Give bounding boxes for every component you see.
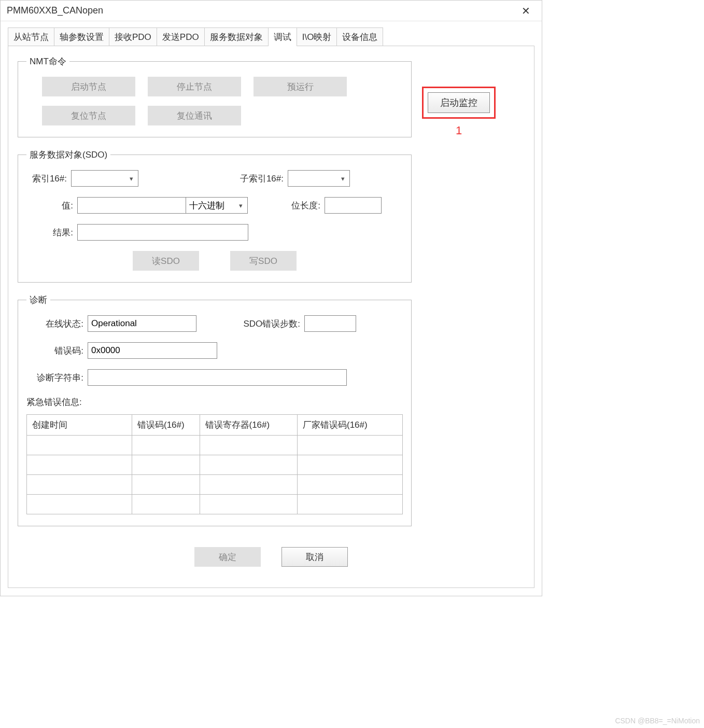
start-monitor-button[interactable]: 启动监控: [428, 92, 490, 113]
titlebar: PMM60XXB_CANopen ✕: [1, 1, 542, 21]
online-state-value: [88, 315, 196, 332]
tab-strip: 从站节点 轴参数设置 接收PDO 发送PDO 服务数据对象 调试 I\O映射 设…: [1, 21, 542, 46]
ok-button[interactable]: 确定: [194, 547, 261, 567]
table-cell: [200, 455, 298, 475]
col-err-register: 错误寄存器(16#): [200, 415, 298, 436]
emergency-table: 创建时间 错误码(16#) 错误寄存器(16#) 厂家错误码(16#): [26, 414, 403, 514]
tab-sdo[interactable]: 服务数据对象: [204, 27, 269, 46]
window-title: PMM60XXB_CANopen: [7, 5, 103, 16]
value-label: 值:: [26, 200, 73, 212]
value-input[interactable]: [77, 197, 186, 214]
index-input[interactable]: [71, 170, 138, 187]
col-errcode: 错误码(16#): [132, 415, 200, 436]
bitlen-label: 位长度:: [248, 200, 320, 212]
annotation-box: 启动监控: [422, 87, 496, 119]
table-cell: [200, 495, 298, 514]
tab-io-mapping[interactable]: I\O映射: [297, 27, 337, 46]
close-icon[interactable]: ✕: [516, 3, 536, 19]
nmt-legend: NMT命令: [26, 55, 69, 67]
pre-op-button[interactable]: 预运行: [254, 77, 347, 96]
start-node-button[interactable]: 启动节点: [42, 77, 135, 96]
online-state-label: 在线状态:: [26, 318, 83, 330]
cancel-button[interactable]: 取消: [281, 547, 348, 567]
table-row[interactable]: [27, 495, 403, 514]
diag-legend: 诊断: [26, 294, 50, 306]
index-label: 索引16#:: [26, 173, 67, 185]
result-label: 结果:: [26, 227, 73, 239]
emergency-label: 紧急错误信息:: [26, 396, 94, 408]
table-cell: [132, 475, 200, 495]
result-output: [77, 224, 248, 241]
reset-node-button[interactable]: 复位节点: [42, 106, 135, 125]
table-row[interactable]: [27, 436, 403, 455]
table-cell: [298, 475, 403, 495]
diag-group: 诊断 在线状态: SDO错误步数: 错误码: 诊断字符串:: [18, 294, 412, 526]
subindex-input[interactable]: [288, 170, 350, 187]
side-panel: 启动监控 1: [422, 55, 496, 137]
table-cell: [298, 436, 403, 455]
diagstr-label: 诊断字符串:: [26, 372, 83, 384]
read-sdo-button[interactable]: 读SDO: [133, 251, 199, 271]
table-row[interactable]: [27, 475, 403, 495]
tab-device-info[interactable]: 设备信息: [336, 27, 383, 46]
table-cell: [27, 455, 132, 475]
sdo-err-steps-label: SDO错误步数:: [196, 318, 300, 330]
tab-axis-params[interactable]: 轴参数设置: [54, 27, 109, 46]
table-cell: [200, 475, 298, 495]
sdo-legend: 服务数据对象(SDO): [26, 149, 110, 161]
table-cell: [27, 475, 132, 495]
table-cell: [298, 455, 403, 475]
col-create-time: 创建时间: [27, 415, 132, 436]
annotation-number: 1: [422, 124, 496, 137]
dialog-window: PMM60XXB_CANopen ✕ 从站节点 轴参数设置 接收PDO 发送PD…: [0, 0, 542, 596]
bitlen-input[interactable]: [325, 197, 382, 214]
table-cell: [132, 436, 200, 455]
tab-body: NMT命令 启动节点 停止节点 预运行 复位节点 复位通讯 服务数据对象(SDO…: [8, 46, 534, 588]
table-cell: [200, 436, 298, 455]
subindex-label: 子索引16#:: [138, 173, 284, 185]
nmt-group: NMT命令 启动节点 停止节点 预运行 复位节点 复位通讯: [18, 55, 412, 137]
table-cell: [298, 495, 403, 514]
dialog-buttons: 确定 取消: [18, 538, 525, 578]
tab-slave-node[interactable]: 从站节点: [8, 27, 54, 46]
table-cell: [27, 495, 132, 514]
table-header-row: 创建时间 错误码(16#) 错误寄存器(16#) 厂家错误码(16#): [27, 415, 403, 436]
table-cell: [132, 455, 200, 475]
table-row[interactable]: [27, 455, 403, 475]
reset-comm-button[interactable]: 复位通讯: [148, 106, 241, 125]
col-mfr-errcode: 厂家错误码(16#): [298, 415, 403, 436]
sdo-group: 服务数据对象(SDO) 索引16#: ▾ 子索引16#: ▾: [18, 149, 412, 283]
tab-rx-pdo[interactable]: 接收PDO: [109, 27, 157, 46]
tab-debug[interactable]: 调试: [268, 27, 297, 46]
tab-tx-pdo[interactable]: 发送PDO: [157, 27, 205, 46]
table-cell: [132, 495, 200, 514]
errcode-label: 错误码:: [26, 345, 83, 357]
stop-node-button[interactable]: 停止节点: [148, 77, 241, 96]
errcode-value: [88, 342, 217, 359]
sdo-err-steps-value: [304, 315, 356, 332]
format-select[interactable]: [186, 197, 248, 214]
write-sdo-button[interactable]: 写SDO: [230, 251, 297, 271]
table-cell: [27, 436, 132, 455]
diagstr-value: [88, 369, 347, 386]
